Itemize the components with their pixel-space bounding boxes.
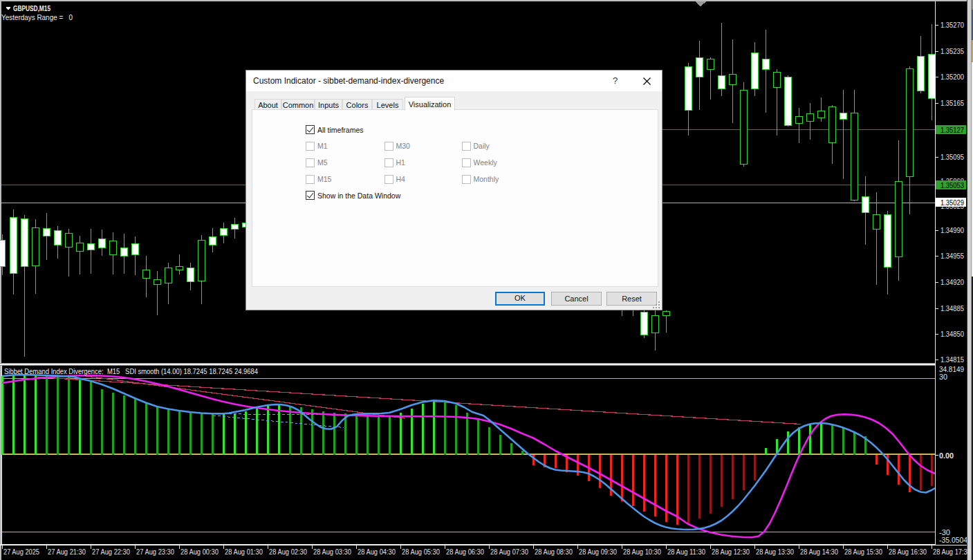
svg-text:28 Aug 07:30: 28 Aug 07:30 [490, 548, 528, 556]
svg-text:28 Aug 10:30: 28 Aug 10:30 [623, 548, 661, 556]
svg-text:Sibbet Demand Index Divergence: Sibbet Demand Index Divergence: M15 SDI … [4, 368, 258, 375]
svg-text:0.00: 0.00 [939, 452, 954, 460]
svg-text:28 Aug 04:30: 28 Aug 04:30 [358, 548, 396, 556]
svg-text:34.8149: 34.8149 [939, 366, 964, 373]
svg-text:27 Aug 23:30: 27 Aug 23:30 [136, 548, 174, 556]
svg-text:27 Aug 21:30: 27 Aug 21:30 [48, 548, 86, 556]
svg-text:1.34955: 1.34955 [940, 252, 964, 260]
svg-text:28 Aug 00:30: 28 Aug 00:30 [180, 548, 219, 556]
svg-text:28 Aug 09:30: 28 Aug 09:30 [579, 548, 617, 556]
svg-text:1.34850: 1.34850 [940, 330, 964, 338]
svg-text:28 Aug 16:30: 28 Aug 16:30 [889, 548, 927, 556]
svg-text:28 Aug 06:30: 28 Aug 06:30 [446, 548, 484, 556]
svg-text:1.34990: 1.34990 [940, 227, 964, 234]
svg-text:28 Aug 15:30: 28 Aug 15:30 [844, 548, 882, 556]
svg-text:28 Aug 17:30: 28 Aug 17:30 [933, 548, 971, 556]
svg-text:1.34815: 1.34815 [940, 356, 964, 364]
svg-text:Yesterdays Range = 0: Yesterdays Range = 0 [1, 14, 73, 21]
svg-text:1.35095: 1.35095 [940, 153, 964, 161]
svg-text:28 Aug 05:30: 28 Aug 05:30 [402, 548, 440, 556]
svg-text:1.35029: 1.35029 [940, 199, 964, 207]
svg-text:-30: -30 [939, 529, 950, 536]
svg-text:1.35127: 1.35127 [940, 127, 964, 134]
svg-text:-35.0504: -35.0504 [939, 536, 967, 544]
svg-text:1.34920: 1.34920 [940, 279, 964, 286]
svg-text:28 Aug 08:30: 28 Aug 08:30 [535, 548, 573, 556]
svg-text:28 Aug 02:30: 28 Aug 02:30 [269, 548, 307, 556]
svg-text:1.35270: 1.35270 [940, 21, 964, 29]
svg-text:30: 30 [939, 373, 947, 381]
svg-text:28 Aug 11:30: 28 Aug 11:30 [667, 548, 705, 556]
svg-text:28 Aug 13:30: 28 Aug 13:30 [756, 548, 794, 556]
svg-text:1.35235: 1.35235 [940, 48, 964, 55]
svg-text:28 Aug 01:30: 28 Aug 01:30 [225, 548, 263, 556]
svg-text:28 Aug 03:30: 28 Aug 03:30 [313, 548, 351, 556]
svg-text:27 Aug 2025: 27 Aug 2025 [3, 548, 39, 556]
svg-text:28 Aug 12:30: 28 Aug 12:30 [712, 548, 750, 556]
svg-text:1.35200: 1.35200 [940, 73, 964, 81]
svg-text:1.35165: 1.35165 [940, 100, 964, 107]
svg-text:1.35053: 1.35053 [940, 182, 964, 189]
svg-text:1.34885: 1.34885 [940, 305, 964, 312]
svg-text:28 Aug 14:30: 28 Aug 14:30 [800, 548, 838, 556]
svg-text:27 Aug 22:30: 27 Aug 22:30 [92, 548, 130, 556]
svg-text:GBPUSD,M15: GBPUSD,M15 [13, 5, 50, 12]
